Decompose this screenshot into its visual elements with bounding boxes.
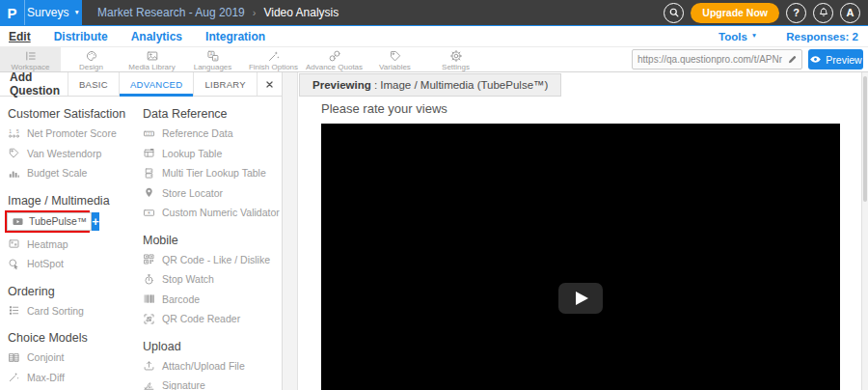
toolbar-item-label: Finish Options <box>249 63 298 71</box>
question-column-1: Customer Satisfaction15Net Promoter Scor… <box>0 97 135 390</box>
toolbar-item-advance-quotas[interactable]: Advance Quotas <box>304 47 365 71</box>
question-type-attach-upload-file[interactable]: Attach/Upload File <box>143 356 275 376</box>
page-scrollbar[interactable] <box>861 72 868 390</box>
toolbar-item-languages[interactable]: AaLanguages <box>182 47 243 71</box>
reference-data-icon: 123 <box>143 127 155 140</box>
help-button[interactable]: ? <box>786 3 806 23</box>
question-type-stop-watch[interactable]: Stop Watch <box>143 269 275 290</box>
question-type-label: Max-Diff <box>27 372 65 383</box>
nav-tab-distribute[interactable]: Distribute <box>54 30 108 43</box>
section-title-upload: Upload <box>143 340 275 353</box>
video-player[interactable] <box>321 124 840 390</box>
nps-scale-icon: 15 <box>8 127 20 140</box>
question-type-label: Van Westendorp <box>27 148 101 159</box>
navbar-actions: Upgrade Now ? A <box>664 0 868 25</box>
toolbar-item-variables[interactable]: Variables <box>365 47 425 71</box>
gear-icon <box>449 49 463 63</box>
nav-tab-analytics[interactable]: Analytics <box>131 30 182 43</box>
panel-title: Add Question <box>0 72 68 96</box>
question-type-qr-code-reader[interactable]: QR Code Reader <box>143 309 275 329</box>
breadcrumb-survey-name[interactable]: Market Research - Aug 2019 <box>97 6 245 19</box>
notifications-button[interactable] <box>813 3 833 23</box>
conjoint-icon <box>8 351 20 364</box>
survey-url-input[interactable]: https://qa.questionpro.com/t/APNrFZf3p <box>633 54 782 65</box>
qr-like-icon <box>143 253 155 265</box>
brand-menu[interactable]: P Surveys ▼ <box>0 0 82 25</box>
toolbar-item-workspace[interactable]: Workspace <box>0 47 61 71</box>
question-type-reference-data[interactable]: 123Reference Data <box>143 124 275 144</box>
question-type-signature[interactable]: Signature <box>143 376 275 390</box>
play-button[interactable] <box>558 283 603 314</box>
upgrade-now-button[interactable]: Upgrade Now <box>691 3 779 23</box>
scrollbar-thumb[interactable] <box>863 76 867 202</box>
toolbar-item-label: Design <box>79 63 103 71</box>
translate-icon: Aa <box>206 49 220 63</box>
preview-button[interactable]: Preview <box>808 49 863 70</box>
question-type-max-diff[interactable]: Max-Diff <box>8 368 135 388</box>
nav-tab-integration[interactable]: Integration <box>205 30 265 43</box>
section-title-data-reference: Data Reference <box>143 107 275 121</box>
question-type-heatmap[interactable]: Heatmap <box>8 235 135 255</box>
question-type-label: Multi Tier Lookup Table <box>162 167 266 179</box>
question-preview-panel: Previewing : Image / Multimedia (TubePul… <box>298 72 861 390</box>
nav-tab-edit[interactable]: Edit <box>9 30 31 43</box>
question-type-custom-numeric-validator[interactable]: *Custom Numeric Validator <box>143 203 275 223</box>
upload-icon <box>143 359 155 372</box>
question-type-label: QR Code Reader <box>162 313 240 324</box>
toolbar-item-label: Languages <box>194 63 232 71</box>
add-question-header: Add Question BASICADVANCEDLIBRARY <box>0 72 282 97</box>
question-type-label: Card Sorting <box>27 305 84 317</box>
question-type-lookup-table[interactable]: Lookup Table <box>143 144 275 164</box>
svg-text:123: 123 <box>146 132 152 136</box>
question-type-conjoint[interactable]: Conjoint <box>8 348 135 368</box>
add-question-button[interactable]: + <box>92 212 99 231</box>
close-panel-button[interactable] <box>257 72 282 96</box>
question-type-hotspot[interactable]: HotSpot <box>8 254 135 274</box>
map-pin-icon <box>143 186 155 199</box>
questionpro-logo: P <box>0 0 25 25</box>
question-type-label: Reference Data <box>162 127 233 139</box>
section-title-image-multimedia: Image / Multimedia <box>8 194 135 208</box>
avatar-initial: A <box>847 7 854 18</box>
tag-icon <box>389 49 402 63</box>
question-type-qr-code-like-dislike[interactable]: QR Code - Like / Dislike <box>143 250 275 270</box>
svg-text:1: 1 <box>9 128 12 133</box>
panel-tab-basic[interactable]: BASIC <box>68 72 119 96</box>
question-type-tubepulse[interactable]: TubePulse™ <box>7 212 92 231</box>
svg-text:*: * <box>148 209 150 218</box>
avatar[interactable]: A <box>840 3 860 23</box>
nav-right-links: Tools ▼ Responses: 2 <box>719 31 868 42</box>
question-type-label: Store Locator <box>162 187 223 199</box>
question-type-van-westendorp[interactable]: Van Westendorp <box>8 144 135 164</box>
close-icon <box>265 80 274 89</box>
question-type-card-sorting[interactable]: Card Sorting <box>8 301 135 321</box>
question-type-label: HotSpot <box>27 258 64 269</box>
toolbar-item-media-library[interactable]: Media Library <box>122 47 182 71</box>
heatmap-icon <box>8 237 20 250</box>
question-type-label: Stop Watch <box>162 273 214 285</box>
question-type-budget-scale[interactable]: Budget Scale <box>8 163 135 183</box>
edit-url-button[interactable] <box>782 54 801 65</box>
question-type-tabs: BASICADVANCEDLIBRARY <box>68 72 257 96</box>
toolbar-item-finish-options[interactable]: Finish Options <box>243 47 304 71</box>
question-type-label: TubePulse™ <box>29 215 87 227</box>
question-type-net-promoter-score[interactable]: 15Net Promoter Score <box>8 124 135 144</box>
panel-tab-advanced[interactable]: ADVANCED <box>119 72 193 96</box>
toolbar-item-settings[interactable]: Settings <box>425 47 486 71</box>
bar-chart-icon <box>8 167 20 180</box>
question-column-2: Data Reference123Reference DataLookup Ta… <box>135 97 275 390</box>
question-type-barcode[interactable]: Barcode <box>143 290 275 310</box>
tools-menu[interactable]: Tools ▼ <box>719 31 757 42</box>
panel-tab-library[interactable]: LIBRARY <box>193 72 257 96</box>
section-title-mobile: Mobile <box>143 234 275 247</box>
section-nav: EditDistributeAnalyticsIntegration Tools… <box>0 26 868 47</box>
question-type-store-locator[interactable]: Store Locator <box>143 183 275 204</box>
responses-link[interactable]: Responses: 2 <box>786 31 858 42</box>
search-button[interactable] <box>664 3 684 23</box>
question-type-label: Conjoint <box>27 351 65 363</box>
section-title-ordering: Ordering <box>8 285 135 298</box>
question-type-multi-tier-lookup-table[interactable]: Multi Tier Lookup Table <box>143 163 275 183</box>
toolbar-item-design[interactable]: Design <box>61 47 122 71</box>
chain-icon <box>328 49 341 63</box>
toolbar-item-label: Media Library <box>128 63 175 71</box>
